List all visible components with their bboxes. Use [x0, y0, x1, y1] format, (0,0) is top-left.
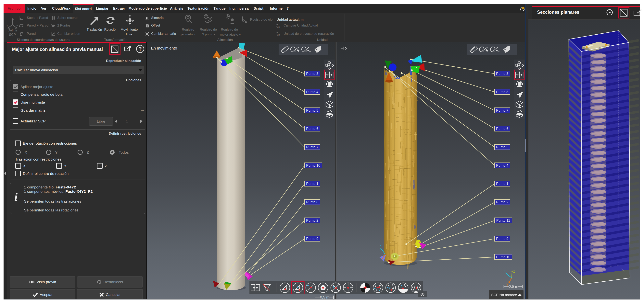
svg-text:Punto 6: Punto 6	[306, 127, 318, 131]
svg-text:Punto 9: Punto 9	[496, 237, 508, 241]
svg-text:y: y	[16, 24, 18, 27]
svg-text:SCP sin nombre: SCP sin nombre	[491, 293, 517, 297]
svg-text:z: z	[13, 18, 14, 20]
svg-text:X: X	[504, 269, 506, 273]
svg-text:Punto 8: Punto 8	[306, 200, 318, 204]
svg-text:Punto 4: Punto 4	[306, 90, 318, 94]
svg-text:Punto 8: Punto 8	[496, 90, 508, 94]
svg-text:0,5 m: 0,5 m	[509, 284, 518, 289]
svg-text:Punto 2: Punto 2	[306, 219, 318, 222]
svg-text:Punto 2: Punto 2	[496, 200, 508, 204]
svg-text:Punto 1: Punto 1	[496, 182, 508, 186]
svg-text:Punto 11: Punto 11	[496, 219, 510, 222]
svg-text:Punto 4: Punto 4	[496, 163, 508, 167]
svg-text:Punto 1: Punto 1	[306, 182, 318, 186]
svg-text:Punto 3: Punto 3	[306, 72, 318, 76]
svg-text:Punto 3: Punto 3	[496, 72, 508, 76]
svg-text:En movimiento: En movimiento	[151, 46, 177, 50]
svg-text:Punto 7: Punto 7	[496, 109, 508, 112]
svg-text:Punto 5: Punto 5	[496, 145, 508, 149]
svg-text:in: in	[278, 34, 280, 36]
svg-text:in: in	[278, 26, 280, 28]
svg-text:m: m	[276, 31, 278, 34]
svg-text:Punto 6: Punto 6	[496, 127, 508, 131]
svg-text:m: m	[276, 23, 278, 26]
svg-text:?: ?	[138, 46, 142, 52]
svg-text:Punto 9: Punto 9	[306, 237, 318, 241]
svg-text:Fijo: Fijo	[340, 46, 347, 50]
svg-text:X: X	[380, 244, 382, 248]
svg-text:Punto 10: Punto 10	[496, 255, 510, 259]
svg-text:x: x	[7, 24, 8, 27]
svg-text:Punto 10: Punto 10	[306, 163, 320, 167]
svg-text:Punto 7: Punto 7	[306, 145, 318, 149]
svg-text:Punto 5: Punto 5	[306, 109, 318, 112]
svg-text:Z: Z	[513, 270, 515, 273]
